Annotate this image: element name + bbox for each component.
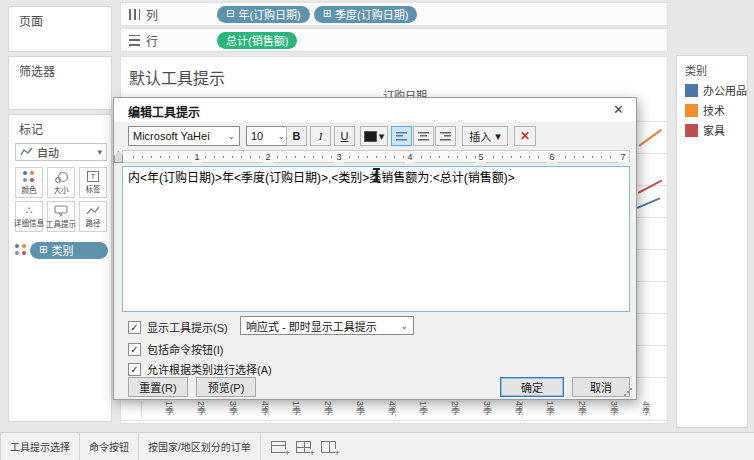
dialog-titlebar[interactable]: 编辑工具提示 ✕: [114, 98, 636, 122]
technology-swatch: [685, 104, 698, 117]
path-button[interactable]: 路径: [79, 201, 107, 232]
chevron-down-icon: ⌄: [227, 131, 235, 141]
label-button[interactable]: T 标签: [79, 167, 107, 198]
gridline: [637, 313, 667, 314]
columns-icon: [129, 9, 140, 20]
ruler: 1 2 3 4 5 6 7: [122, 150, 630, 163]
legend-item-office[interactable]: 办公用品: [685, 82, 747, 98]
gridline: [637, 153, 667, 154]
office-line-segment[interactable]: [637, 197, 661, 209]
gridline: [637, 121, 667, 122]
rows-shelf[interactable]: 行 总计(销售额): [120, 28, 668, 52]
mark-type-label: 自动: [37, 144, 59, 160]
checkbox-checked-icon[interactable]: ✓: [128, 321, 141, 334]
gridline: [637, 377, 667, 378]
align-center-icon: [418, 132, 429, 141]
pill-category[interactable]: ⊞ 类别: [30, 242, 108, 259]
edit-tooltip-dialog: 编辑工具提示 ✕ Microsoft YaHei ⌄ 10 ⌄ B I U ▾ …: [113, 97, 637, 400]
new-worksheet-icon[interactable]: [271, 441, 286, 453]
quarter-axis-group: 1季2季3季4季: [268, 401, 395, 421]
pages-label: 页面: [19, 12, 43, 29]
size-button[interactable]: 大小: [47, 167, 75, 198]
cancel-button[interactable]: 取消: [572, 377, 630, 397]
align-left-icon: [396, 132, 407, 141]
pill-year-orderdate[interactable]: ⊟ 年(订购日期): [217, 6, 310, 23]
font-size-dropdown[interactable]: 10 ⌄: [246, 126, 290, 146]
furniture-line-segment[interactable]: [638, 179, 663, 193]
legend-item-furniture[interactable]: 家具: [685, 122, 725, 138]
marks-label: 标记: [19, 120, 43, 137]
pages-shelf[interactable]: 页面: [8, 6, 112, 52]
italic-button[interactable]: I: [310, 126, 331, 146]
office-swatch: [685, 84, 698, 97]
quarter-axis-group: 1季2季3季4季: [395, 401, 522, 421]
gridline: [637, 249, 667, 250]
pane-separator: [649, 401, 650, 417]
tooltip-bubble-icon: [54, 205, 68, 217]
pill-quarter-orderdate[interactable]: ⊞ 季度(订购日期): [314, 6, 418, 23]
allow-selection-option[interactable]: ✓ 允许根据类别进行选择(A): [128, 361, 272, 377]
plus-box-icon: ⊞: [39, 245, 47, 255]
show-tooltips-option[interactable]: ✓ 显示工具提示(S): [128, 319, 228, 335]
checkbox-checked-icon[interactable]: ✓: [128, 363, 141, 376]
gridline: [637, 217, 667, 218]
color-dots-icon: [23, 171, 35, 183]
marks-card: 标记 自动 ▾ 颜色 大小 T 标签 ∴ 详细信息: [8, 114, 112, 422]
align-right-button[interactable]: [435, 126, 456, 146]
pane-border: [667, 91, 668, 421]
underline-button[interactable]: U: [334, 126, 355, 146]
tableau-window: 页面 筛选器 标记 自动 ▾ 颜色 大小 T 标签 ∴: [0, 0, 754, 460]
chevron-down-icon: ▾: [379, 130, 385, 143]
font-family-dropdown[interactable]: Microsoft YaHei ⌄: [128, 126, 240, 146]
align-left-button[interactable]: [391, 126, 412, 146]
minus-box-icon: ⊟: [226, 9, 234, 19]
bold-button[interactable]: B: [286, 126, 307, 146]
plus-box-icon: ⊞: [323, 9, 331, 19]
tooltip-text-area[interactable]: 内<年(订购日期)>年<季度(订购日期)>,<类别>类销售额为:<总计(销售额)…: [122, 166, 630, 312]
tab-tooltip-selection[interactable]: 工具提示选择: [0, 433, 80, 460]
label-t-icon: T: [87, 171, 99, 182]
color-swatch-icon: [364, 131, 377, 142]
rows-icon: [129, 35, 140, 46]
tooltip-mode-dropdown[interactable]: 响应式 - 即时显示工具提示 ⌄: [240, 316, 414, 335]
ibeam-cursor-icon: [372, 168, 381, 183]
dialog-title: 编辑工具提示: [128, 103, 200, 120]
chevron-down-icon: ⌄: [400, 321, 408, 331]
detail-button[interactable]: ∴ 详细信息: [15, 201, 43, 232]
gridline: [637, 281, 667, 282]
include-command-buttons-option[interactable]: ✓ 包括命令按钮(I): [128, 341, 223, 357]
ok-button[interactable]: 确定: [500, 377, 564, 397]
clear-formatting-button[interactable]: ✕: [514, 126, 536, 146]
chevron-down-icon: ▾: [97, 147, 102, 157]
color-button[interactable]: 颜色: [15, 167, 43, 198]
filters-shelf[interactable]: 筛选器: [8, 56, 112, 110]
insert-button[interactable]: 插入 ▾: [462, 126, 508, 146]
detail-dots-icon: ∴: [26, 205, 33, 216]
quarter-axis-group: 1季2季3季4季: [141, 401, 268, 421]
mark-type-dropdown[interactable]: 自动 ▾: [15, 143, 107, 161]
close-icon[interactable]: ✕: [613, 102, 624, 117]
new-dashboard-icon[interactable]: [296, 441, 311, 453]
new-story-icon[interactable]: [321, 441, 336, 453]
resize-grip[interactable]: [624, 388, 632, 396]
legend-title: 类别: [685, 62, 707, 78]
font-color-button[interactable]: ▾: [360, 126, 388, 146]
technology-line-segment[interactable]: [638, 129, 662, 147]
gridline: [637, 345, 667, 346]
sheet-tabs-bar: 工具提示选择 命令按钮 按国家/地区划分的订单: [0, 432, 754, 460]
columns-shelf[interactable]: 列 ⊟ 年(订购日期) ⊞ 季度(订购日期): [120, 2, 668, 26]
legend-item-technology[interactable]: 技术: [685, 102, 725, 118]
chevron-down-icon: ▾: [495, 130, 501, 143]
rows-label: 行: [146, 32, 158, 49]
filters-label: 筛选器: [19, 62, 55, 79]
preview-button[interactable]: 预览(P): [196, 377, 256, 397]
align-center-button[interactable]: [413, 126, 434, 146]
size-circles-icon: [54, 171, 68, 183]
pill-sum-sales[interactable]: 总计(销售额): [217, 32, 297, 49]
reset-button[interactable]: 重置(R): [128, 377, 188, 397]
category-legend: 类别 办公用品 技术 家具: [676, 55, 748, 428]
checkbox-checked-icon[interactable]: ✓: [128, 343, 141, 356]
tooltip-button[interactable]: 工具提示: [47, 201, 75, 232]
tab-command-buttons[interactable]: 命令按钮: [80, 433, 139, 460]
tab-orders-by-country[interactable]: 按国家/地区划分的订单: [139, 433, 261, 460]
